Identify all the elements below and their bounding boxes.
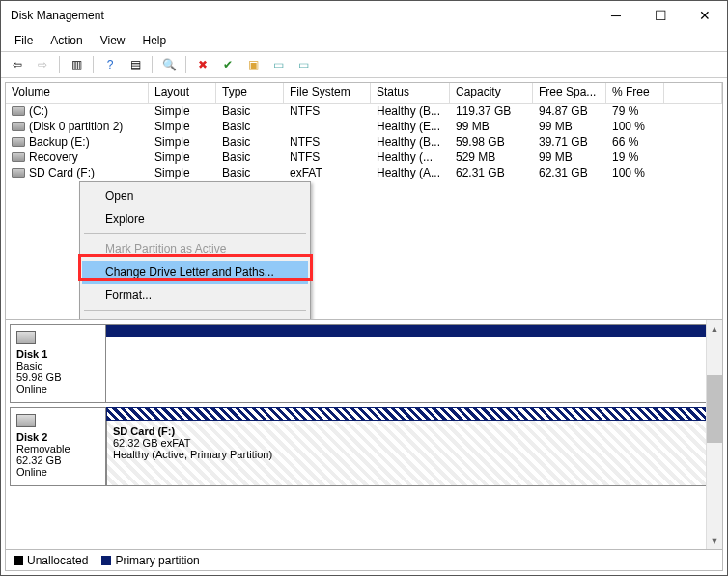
refresh-icon[interactable]: 🔍 (158, 54, 180, 75)
drive-icon (12, 106, 25, 116)
context-menu: Open Explore Mark Partition as Active Ch… (79, 181, 311, 320)
drive-icon (12, 137, 25, 147)
drive-icon (12, 152, 25, 162)
menubar: File Action View Help (1, 30, 727, 51)
properties-icon[interactable]: ▤ (125, 54, 146, 75)
menu-view[interactable]: View (93, 32, 133, 49)
disk-header[interactable]: Disk 2 Removable 62.32 GB Online (10, 407, 106, 486)
ctx-change-drive-letter[interactable]: Change Drive Letter and Paths... (82, 261, 308, 284)
window-title: Disk Management (11, 9, 594, 22)
ctx-mark-active: Mark Partition as Active (82, 237, 308, 261)
legend: Unallocated Primary partition (6, 549, 722, 570)
col-capacity[interactable]: Capacity (450, 83, 533, 103)
col-volume[interactable]: Volume (6, 83, 149, 103)
partition-size: 62.32 GB exFAT (113, 437, 191, 449)
table-row[interactable]: (Disk 0 partition 2)SimpleBasicHealthy (… (6, 120, 722, 135)
volume-list[interactable]: Volume Layout Type File System Status Ca… (6, 83, 722, 320)
list-bottom-icon[interactable]: ▭ (293, 54, 314, 75)
menu-file[interactable]: File (7, 32, 41, 49)
maximize-button[interactable]: ☐ (638, 1, 683, 30)
disk-row: Disk 2 Removable 62.32 GB Online SD Card… (10, 407, 718, 486)
disk-header[interactable]: Disk 1 Basic 59.98 GB Online (10, 324, 106, 403)
scroll-down-icon[interactable]: ▼ (707, 533, 722, 549)
partition-selected[interactable]: SD Card (F:) 62.32 GB exFAT Healthy (Act… (106, 407, 718, 486)
list-top-icon[interactable]: ▭ (267, 54, 289, 75)
ctx-open[interactable]: Open (82, 184, 308, 207)
help-icon[interactable]: ? (99, 54, 121, 75)
close-button[interactable]: ✕ (683, 1, 727, 30)
ctx-extend-volume: Extend Volume... (82, 314, 308, 320)
menu-action[interactable]: Action (42, 32, 90, 49)
table-row[interactable]: (C:)SimpleBasicNTFSHealthy (B...119.37 G… (6, 104, 722, 120)
delete-icon[interactable]: ✖ (192, 54, 213, 75)
show-hide-icon[interactable]: ▥ (66, 54, 87, 75)
col-filesystem[interactable]: File System (284, 83, 371, 103)
col-layout[interactable]: Layout (149, 83, 216, 103)
col-pctfree[interactable]: % Free (606, 83, 664, 103)
drive-icon (12, 122, 25, 131)
scroll-up-icon[interactable]: ▲ (707, 320, 722, 337)
table-row[interactable]: RecoverySimpleBasicNTFSHealthy (...529 M… (6, 151, 722, 166)
table-row[interactable]: SD Card (F:)SimpleBasicexFATHealthy (A..… (6, 166, 722, 181)
minimize-button[interactable]: ─ (594, 1, 638, 30)
toolbar: ⇦ ⇨ ▥ ? ▤ 🔍 ✖ ✔ ▣ ▭ ▭ (1, 51, 727, 78)
ctx-explore[interactable]: Explore (82, 207, 308, 231)
scroll-thumb[interactable] (707, 375, 722, 443)
disk-icon (16, 414, 36, 427)
new-icon[interactable]: ▣ (242, 54, 264, 75)
ctx-format[interactable]: Format... (82, 284, 308, 307)
partition-status: Healthy (Active, Primary Partition) (113, 449, 272, 460)
partition-title: SD Card (F:) (113, 425, 175, 437)
partition[interactable] (106, 324, 718, 403)
disk-icon (16, 331, 36, 344)
table-row[interactable]: Backup (E:)SimpleBasicNTFSHealthy (B...5… (6, 135, 722, 151)
disk-row: Disk 1 Basic 59.98 GB Online (10, 324, 718, 403)
col-type[interactable]: Type (216, 83, 284, 103)
disk-map: Disk 1 Basic 59.98 GB Online Disk 2 Remo… (6, 320, 722, 549)
menu-help[interactable]: Help (135, 32, 175, 49)
back-icon[interactable]: ⇦ (7, 54, 28, 75)
scrollbar[interactable]: ▲ ▼ (706, 320, 722, 549)
col-status[interactable]: Status (371, 83, 450, 103)
drive-icon (12, 168, 25, 178)
col-freespace[interactable]: Free Spa... (533, 83, 606, 103)
forward-icon[interactable]: ⇨ (32, 54, 53, 75)
check-icon[interactable]: ✔ (217, 54, 238, 75)
